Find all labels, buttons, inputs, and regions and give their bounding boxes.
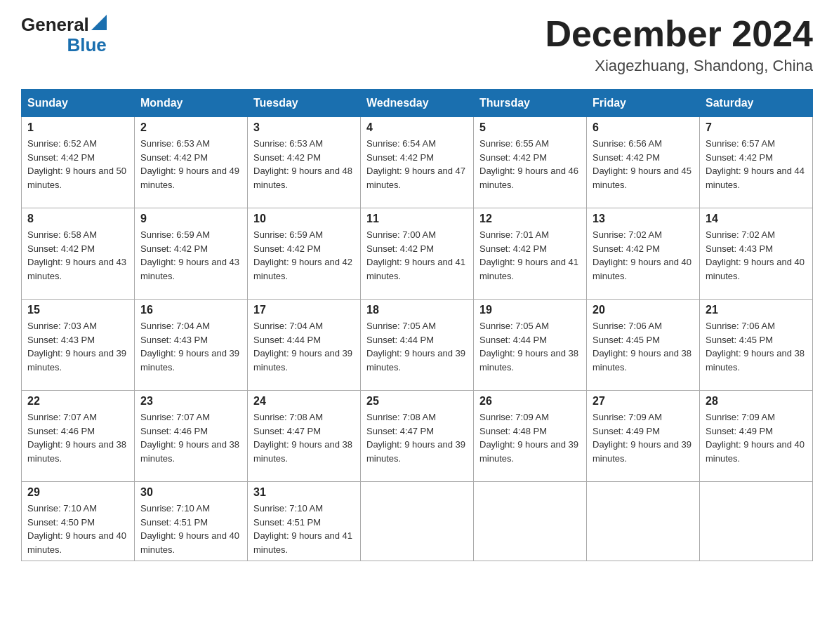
day-info: Sunrise: 7:09 AM Sunset: 4:49 PM Dayligh…: [706, 410, 807, 465]
sunrise-label: Sunrise:: [253, 138, 289, 149]
sunrise-value: 7:04 AM: [289, 321, 323, 331]
day-info: Sunrise: 7:06 AM Sunset: 4:45 PM Dayligh…: [593, 319, 694, 374]
sunset-value: 4:42 PM: [739, 152, 773, 163]
sunrise-value: 7:08 AM: [289, 412, 323, 422]
day-info: Sunrise: 6:53 AM Sunset: 4:42 PM Dayligh…: [140, 137, 241, 192]
calendar-week-row: 22 Sunrise: 7:07 AM Sunset: 4:46 PM Dayl…: [22, 391, 813, 482]
sunrise-label: Sunrise:: [593, 138, 628, 149]
day-number: 9: [140, 213, 241, 225]
calendar-table: SundayMondayTuesdayWednesdayThursdayFrid…: [21, 89, 813, 561]
calendar-cell: 31 Sunrise: 7:10 AM Sunset: 4:51 PM Dayl…: [248, 482, 361, 561]
day-info: Sunrise: 7:05 AM Sunset: 4:44 PM Dayligh…: [479, 319, 581, 374]
sunset-label: Sunset:: [253, 426, 287, 436]
day-number: 6: [593, 121, 694, 134]
daylight-label: Daylight:: [140, 439, 178, 450]
day-number: 25: [366, 395, 468, 408]
calendar-cell: 10 Sunrise: 6:59 AM Sunset: 4:42 PM Dayl…: [248, 208, 361, 300]
day-info: Sunrise: 7:05 AM Sunset: 4:44 PM Dayligh…: [366, 319, 468, 374]
sunset-value: 4:42 PM: [626, 152, 660, 163]
day-number: 13: [593, 213, 694, 225]
sunrise-label: Sunrise:: [27, 229, 63, 240]
sunrise-label: Sunrise:: [140, 229, 176, 240]
day-number: 21: [706, 304, 807, 316]
day-number: 24: [253, 395, 355, 408]
sunrise-value: 7:08 AM: [402, 412, 436, 422]
calendar-cell: 29 Sunrise: 7:10 AM Sunset: 4:50 PM Dayl…: [22, 482, 135, 561]
day-number: 22: [27, 395, 128, 408]
sunrise-value: 6:59 AM: [176, 229, 210, 240]
day-info: Sunrise: 7:07 AM Sunset: 4:46 PM Dayligh…: [27, 410, 128, 465]
logo: General Blue: [21, 14, 107, 56]
day-info: Sunrise: 6:57 AM Sunset: 4:42 PM Dayligh…: [706, 137, 807, 192]
day-number: 19: [479, 304, 581, 316]
sunrise-value: 7:10 AM: [289, 503, 323, 514]
sunset-label: Sunset:: [27, 243, 61, 254]
daylight-label: Daylight:: [479, 257, 517, 267]
sunset-value: 4:42 PM: [287, 152, 321, 163]
day-number: 28: [706, 395, 807, 408]
calendar-cell: 16 Sunrise: 7:04 AM Sunset: 4:43 PM Dayl…: [135, 300, 248, 391]
daylight-label: Daylight:: [253, 257, 291, 267]
sunrise-value: 7:02 AM: [741, 229, 775, 240]
day-info: Sunrise: 7:10 AM Sunset: 4:50 PM Dayligh…: [27, 502, 128, 556]
calendar-cell: 30 Sunrise: 7:10 AM Sunset: 4:51 PM Dayl…: [135, 482, 248, 561]
sunrise-value: 6:53 AM: [289, 138, 323, 149]
sunset-label: Sunset:: [706, 426, 739, 436]
sunrise-label: Sunrise:: [593, 229, 628, 240]
sunset-label: Sunset:: [593, 426, 626, 436]
calendar-cell: 4 Sunrise: 6:54 AM Sunset: 4:42 PM Dayli…: [361, 117, 474, 208]
sunrise-value: 7:05 AM: [515, 321, 549, 331]
calendar-cell: 14 Sunrise: 7:02 AM Sunset: 4:43 PM Dayl…: [700, 208, 813, 300]
day-info: Sunrise: 6:58 AM Sunset: 4:42 PM Dayligh…: [27, 228, 128, 283]
calendar-cell: [587, 482, 700, 561]
sunrise-value: 6:55 AM: [515, 138, 549, 149]
sunset-label: Sunset:: [479, 152, 513, 163]
calendar-cell: 25 Sunrise: 7:08 AM Sunset: 4:47 PM Dayl…: [361, 391, 474, 482]
day-info: Sunrise: 7:09 AM Sunset: 4:48 PM Dayligh…: [479, 410, 581, 465]
sunrise-value: 7:03 AM: [63, 321, 97, 331]
sunset-value: 4:44 PM: [287, 335, 321, 345]
daylight-label: Daylight:: [593, 439, 630, 450]
daylight-label: Daylight:: [593, 257, 630, 267]
day-number: 4: [366, 121, 468, 134]
sunrise-label: Sunrise:: [253, 229, 289, 240]
daylight-label: Daylight:: [27, 530, 65, 541]
day-info: Sunrise: 6:54 AM Sunset: 4:42 PM Dayligh…: [366, 137, 468, 192]
day-number: 27: [593, 395, 694, 408]
sunrise-label: Sunrise:: [366, 229, 402, 240]
sunset-label: Sunset:: [140, 517, 174, 528]
sunset-value: 4:50 PM: [61, 517, 95, 528]
sunset-label: Sunset:: [706, 152, 739, 163]
sunrise-value: 6:58 AM: [63, 229, 97, 240]
calendar-cell: 3 Sunrise: 6:53 AM Sunset: 4:42 PM Dayli…: [248, 117, 361, 208]
day-number: 30: [140, 486, 241, 499]
calendar-cell: 11 Sunrise: 7:00 AM Sunset: 4:42 PM Dayl…: [361, 208, 474, 300]
calendar-cell: 13 Sunrise: 7:02 AM Sunset: 4:42 PM Dayl…: [587, 208, 700, 300]
day-info: Sunrise: 7:10 AM Sunset: 4:51 PM Dayligh…: [253, 502, 355, 556]
sunset-value: 4:44 PM: [400, 335, 434, 345]
weekday-header-thursday: Thursday: [474, 90, 587, 117]
sunrise-value: 7:01 AM: [515, 229, 549, 240]
calendar-cell: 8 Sunrise: 6:58 AM Sunset: 4:42 PM Dayli…: [22, 208, 135, 300]
sunrise-label: Sunrise:: [27, 321, 63, 331]
day-number: 18: [366, 304, 468, 316]
calendar-cell: 7 Sunrise: 6:57 AM Sunset: 4:42 PM Dayli…: [700, 117, 813, 208]
sunset-label: Sunset:: [366, 335, 400, 345]
sunset-label: Sunset:: [593, 335, 626, 345]
logo-general-text: General: [21, 14, 89, 36]
sunrise-value: 7:06 AM: [741, 321, 775, 331]
day-number: 7: [706, 121, 807, 134]
sunset-label: Sunset:: [140, 426, 174, 436]
day-number: 8: [27, 213, 128, 225]
daylight-label: Daylight:: [593, 166, 630, 176]
day-info: Sunrise: 7:02 AM Sunset: 4:43 PM Dayligh…: [706, 228, 807, 283]
sunrise-label: Sunrise:: [140, 138, 176, 149]
calendar-week-row: 8 Sunrise: 6:58 AM Sunset: 4:42 PM Dayli…: [22, 208, 813, 300]
calendar-cell: 23 Sunrise: 7:07 AM Sunset: 4:46 PM Dayl…: [135, 391, 248, 482]
page-header: General Blue December 2024 Xiagezhuang, …: [21, 14, 813, 75]
day-number: 23: [140, 395, 241, 408]
weekday-header-wednesday: Wednesday: [361, 90, 474, 117]
calendar-cell: 9 Sunrise: 6:59 AM Sunset: 4:42 PM Dayli…: [135, 208, 248, 300]
sunset-value: 4:42 PM: [61, 243, 95, 254]
daylight-label: Daylight:: [479, 166, 517, 176]
